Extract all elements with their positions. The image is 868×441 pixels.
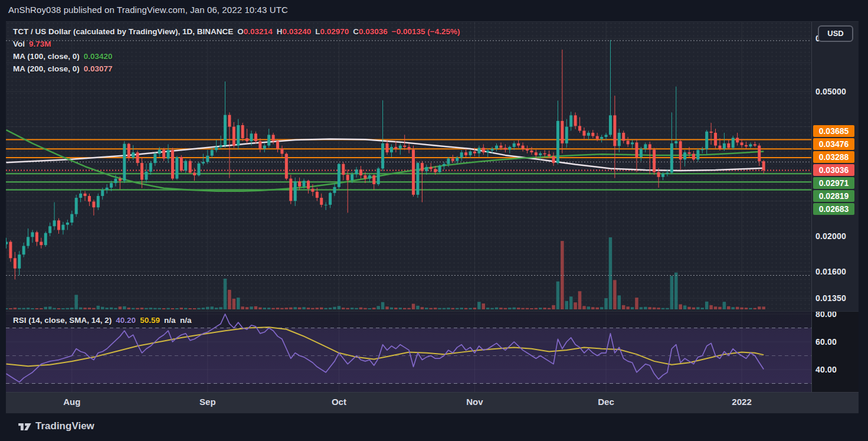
ma200-value: 0.03077 [84,64,113,73]
rsi-value: 40.20 [116,316,136,325]
footer: TradingView [0,413,868,441]
rsi-na-values: n/a n/a [164,316,192,325]
price-level-label-red: 0.03036 [813,164,854,176]
time-axis[interactable]: AugSepOctNovDec2022 [0,392,868,413]
price-level-label-orange: 0.03288 [813,151,854,163]
time-label-oct: Oct [322,397,355,407]
price-axis[interactable]: USD 0.070000.050000.020000.016000.013500… [811,21,859,311]
price-tick-label: 0.01600 [815,267,846,276]
ohlc-open: O0.03214 [237,27,272,36]
rsi-tick-label: 40.00 [815,365,837,374]
symbol-legend: TCT / US Dollar (calculated by TradingVi… [13,27,460,36]
price-level-label-orange: 0.03476 [813,138,854,150]
right-margin [859,21,868,413]
ma200-legend: MA (200, close, 0) 0.03077 [13,64,113,73]
price-level-label-green: 0.02683 [813,203,854,215]
time-label-nov: Nov [458,397,491,407]
volume-legend: Vol 9.73M [13,40,51,48]
volume-value: 9.73M [29,40,51,48]
currency-badge[interactable]: USD [818,25,853,42]
price-tick-label: 0.05000 [815,87,846,96]
divider-rsi-time [6,392,859,393]
ohlc-low: L0.02970 [315,27,349,36]
ma200-label: MA (200, close, 0) [13,64,80,73]
tradingview-snapshot: AnShRoy038 published on TradingView.com,… [0,0,868,441]
price-chart-canvas[interactable] [6,21,811,311]
divider-top [6,21,859,22]
ma100-value: 0.03420 [84,52,113,61]
rsi-legend: RSI (14, close, SMA, 14, 2) 40.20 50.59 … [13,316,191,325]
tradingview-brand[interactable]: TradingView [35,420,94,432]
change-value: −0.00135 (−4.25%) [392,27,460,36]
symbol-title: TCT / US Dollar (calculated by TradingVi… [13,27,233,36]
ma100-label: MA (100, close, 0) [13,52,80,61]
price-level-label-green: 0.02819 [813,190,854,202]
ohlc-close: C0.03036 [353,27,388,36]
time-label-sep: Sep [191,397,224,407]
price-level-label-orange: 0.03685 [813,125,854,137]
rsi-tick-label: 60.00 [815,337,837,347]
attribution-text: AnShRoy038 published on TradingView.com,… [8,5,288,15]
time-label-dec: Dec [589,397,623,407]
price-tick-label: 0.01350 [815,293,846,303]
rsi-axis[interactable]: 80.0060.0040.00 [811,311,859,392]
ohlc-high: H0.03240 [277,27,312,36]
volume-label: Vol [13,40,25,48]
time-label-2022: 2022 [725,397,758,407]
price-level-label-green: 0.02971 [813,177,854,189]
price-tick-label: 0.02000 [815,231,846,241]
price-pane[interactable]: TCT / US Dollar (calculated by TradingVi… [6,21,811,311]
rsi-label: RSI (14, close, SMA, 14, 2) [13,316,112,325]
divider-price-rsi [6,311,859,312]
rsi-sma-value: 50.59 [140,316,160,325]
tradingview-logo-icon[interactable] [18,420,32,434]
ma100-legend: MA (100, close, 0) 0.03420 [13,52,113,61]
time-label-aug: Aug [55,397,89,407]
rsi-pane[interactable]: RSI (14, close, SMA, 14, 2) 40.20 50.59 … [6,311,811,392]
